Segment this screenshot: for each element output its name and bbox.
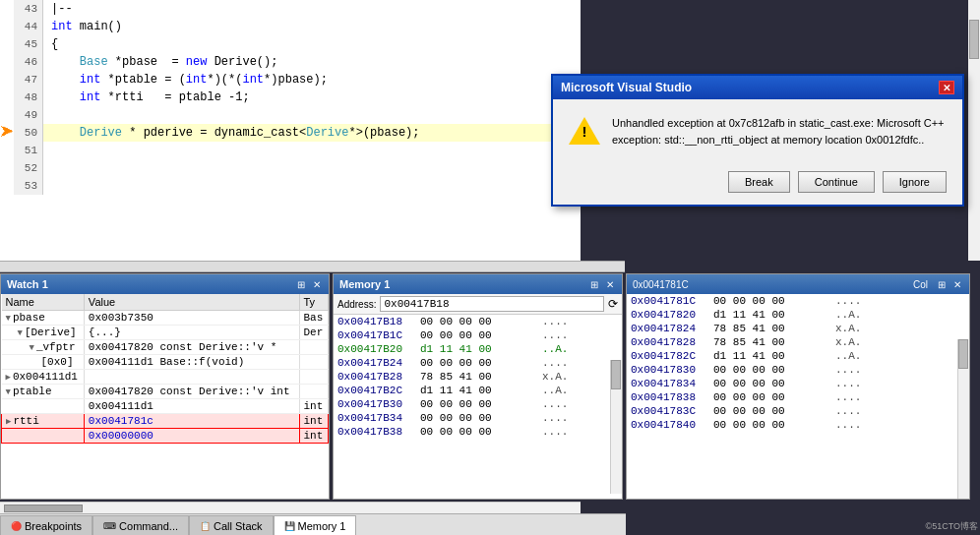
tab-label-0: Breakpoints [25,520,82,532]
bottom-tab-2[interactable]: 📋Call Stack [189,515,274,535]
mvs-buttons: Break Continue Ignore [553,163,962,205]
watch-row-8[interactable]: 0x00000000int [2,429,329,444]
current-line-arrow: ⮞ [0,125,14,141]
mem2-addr-2: 0x00417824 [631,323,709,334]
memory2-row-0: 0x0041781C 00 00 00 00 .... [627,294,969,308]
watch-cell-name-6 [2,399,85,414]
watch-row-4[interactable]: ▶0x004111d1 [2,370,329,385]
watch-cell-type-6: int [299,399,329,414]
break-button[interactable]: Break [728,171,790,193]
mem2-chars-0: .... [835,295,861,307]
bottom-tab-bar: 🔴Breakpoints⌨Command...📋Call Stack💾Memor… [0,513,626,535]
code-line-44: 44int main() [0,18,581,35]
watch-row-0[interactable]: ▼pbase0x003b7350Bas [2,311,329,326]
tab-label-3: Memory 1 [298,520,346,532]
watch-cell-name-3: [0x0] [2,355,85,370]
watch-cell-value-3: 0x004111d1 Base::f(void) [84,355,299,370]
line-number-47: 47 [14,71,43,89]
mem2-chars-5: .... [835,364,861,376]
line-number-53: 53 [14,177,43,195]
expand-icon-4[interactable]: ▶ [6,373,11,383]
memory2-controls[interactable]: Col ⊞ ✕ [913,279,963,290]
bottom-tab-1[interactable]: ⌨Command... [92,515,189,535]
mem1-chars-8: .... [542,426,568,438]
watch-close[interactable]: ✕ [311,279,323,290]
watch-pin[interactable]: ⊞ [295,279,307,290]
memory1-content: 0x00417B18 00 00 00 00 ....0x00417B1C 00… [334,315,622,494]
line-content-53 [43,177,51,195]
expand-icon-7[interactable]: ▶ [6,417,11,427]
memory1-addressbar: Address: ⟳ [334,294,622,315]
watch-row-5[interactable]: ▼ptable0x00417820 const Derive::'v int [2,385,329,399]
watch-panel: Watch 1 ⊞ ✕ Name Value Ty ▼pbase0x003b73… [0,273,330,500]
mem1-addr-1: 0x00417B1C [337,329,416,341]
keyword-int: int [51,20,73,33]
mem1-addr-5: 0x00417B2C [337,385,416,396]
memory2-vscroll-thumb[interactable] [958,339,968,369]
memory1-pin[interactable]: ⊞ [588,279,600,290]
watch-row-1[interactable]: ▼[Derive]{...}Der [2,326,329,340]
expand-icon-0[interactable]: ▼ [6,314,11,324]
memory1-vscroll-thumb[interactable] [611,360,621,389]
mem1-chars-0: .... [542,316,568,327]
line-content-52 [43,159,51,177]
mvs-dialog-close[interactable]: ✕ [939,81,954,94]
memory1-row-4: 0x00417B28 78 85 41 00 x.A. [334,370,622,384]
code-editor: 43|--44int main()45{46 Base *pbase = new… [0,0,581,261]
hscroll-thumb[interactable] [4,505,83,512]
memory1-title: Memory 1 [339,278,390,290]
mem1-addr-7: 0x00417B34 [337,412,416,424]
memory1-row-7: 0x00417B34 00 00 00 00 .... [334,411,622,425]
memory1-controls[interactable]: ⊞ ✕ [588,279,616,290]
vscroll-thumb[interactable] [969,20,979,59]
splitter[interactable] [0,261,625,272]
mem2-addr-3: 0x00417828 [631,336,709,348]
watch-row-6[interactable]: 0x004111d1int [2,399,329,414]
mem2-addr-1: 0x00417820 [631,309,709,321]
memory2-header: 0x0041781C Col ⊞ ✕ [627,274,969,294]
code-hscroll[interactable] [0,502,581,513]
mem2-addr-4: 0x0041782C [631,350,709,362]
continue-button[interactable]: Continue [798,171,875,193]
expand-icon-1[interactable]: ▼ [18,328,23,338]
memory2-pin[interactable]: ⊞ [936,279,948,290]
line-content-48: int *rtti = ptable -1; [43,89,250,106]
mem2-bytes-4: d1 11 41 00 [713,350,831,362]
expand-icon-2[interactable]: ▼ [30,343,34,353]
ignore-button[interactable]: Ignore [883,171,947,193]
watch-row-3[interactable]: [0x0]0x004111d1 Base::f(void) [2,355,329,370]
watch-controls[interactable]: ⊞ ✕ [295,279,323,290]
code-line-48: 48 int *rtti = ptable -1; [0,89,581,106]
memory2-row-8: 0x0041783C 00 00 00 00 .... [627,404,969,418]
mem2-addr-9: 0x00417840 [631,419,709,431]
watch-row-7[interactable]: ▶rtti0x0041781cint [2,414,329,429]
type-base: Base [80,55,108,69]
line-content-47: int *ptable = (int*)(*(int*)pbase); [43,71,328,89]
mem1-chars-4: x.A. [542,371,568,383]
memory1-vscroll[interactable] [610,360,622,494]
memory1-row-6: 0x00417B30 00 00 00 00 .... [334,397,622,411]
memory1-close[interactable]: ✕ [604,279,616,290]
bottom-tab-3[interactable]: 💾Memory 1 [274,515,357,535]
memory1-row-5: 0x00417B2C d1 11 41 00 ..A. [334,384,622,397]
watch-cell-type-8: int [299,429,329,444]
mem2-bytes-1: d1 11 41 00 [713,309,831,321]
code-line-43: 43|-- [0,0,581,18]
line-arrow-45 [0,35,14,53]
code-vscroll[interactable] [968,0,980,261]
memory2-row-4: 0x0041782C d1 11 41 00 ..A. [627,349,969,363]
expand-icon-5[interactable]: ▼ [6,387,11,397]
line-arrow-49 [0,106,14,124]
memory1-address-input[interactable] [380,296,604,312]
memory2-vscroll[interactable] [957,339,969,499]
mvs-warning-icon-container: ! [569,115,600,147]
mem1-chars-2: ..A. [542,343,568,355]
bottom-tab-0[interactable]: 🔴Breakpoints [0,515,92,535]
memory1-refresh-icon[interactable]: ⟳ [608,297,618,312]
memory2-close[interactable]: ✕ [951,279,963,290]
warning-exclamation: ! [582,123,587,140]
watch-row-2[interactable]: ▼_vfptr0x00417820 const Derive::'v * [2,340,329,355]
mem2-addr-7: 0x00417838 [631,391,709,403]
watch-cell-name-5: ▼ptable [2,385,85,399]
line-number-52: 52 [14,159,43,177]
